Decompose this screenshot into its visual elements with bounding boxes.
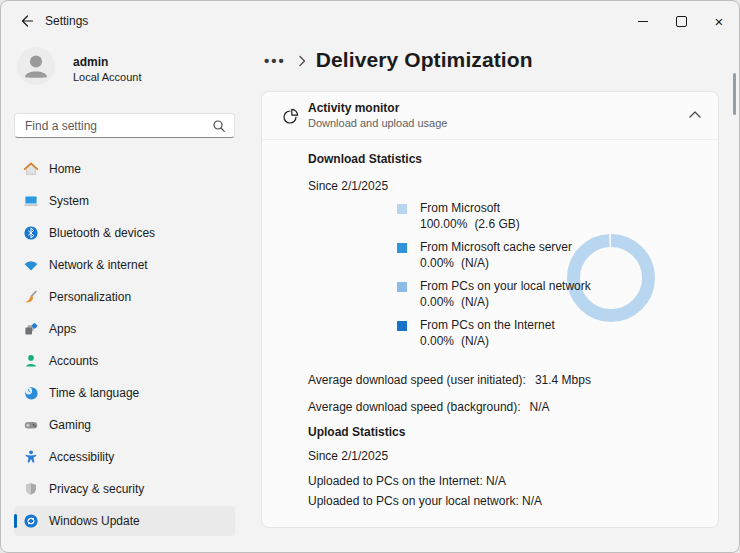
upload-statistics-heading: Upload Statistics <box>308 424 405 440</box>
sidebar-item-label: Windows Update <box>49 514 140 528</box>
avatar <box>17 47 55 85</box>
titlebar: Settings × <box>1 1 739 41</box>
activity-monitor-header[interactable]: Activity monitor Download and upload usa… <box>262 92 718 140</box>
legend-percent: 100.00% <box>420 216 467 232</box>
sidebar-item-gaming[interactable]: Gaming <box>14 410 235 440</box>
user-account-type: Local Account <box>73 71 142 83</box>
avg-speed-background-value: N/A <box>530 399 550 415</box>
legend-swatch <box>397 204 407 214</box>
back-arrow-icon <box>19 13 35 29</box>
avg-speed-background-label: Average download speed (background): <box>308 399 521 415</box>
sidebar-item-label: Accounts <box>49 354 98 368</box>
legend-label: From PCs on the Internet <box>420 317 555 333</box>
avg-speed-user-value: 31.4 Mbps <box>535 372 591 388</box>
sidebar-item-label: Personalization <box>49 290 131 304</box>
sidebar-item-bluetooth[interactable]: Bluetooth & devices <box>14 218 235 248</box>
sidebar-item-accessibility[interactable]: Accessibility <box>14 442 235 472</box>
legend-label: From PCs on your local network <box>420 278 591 294</box>
maximize-icon <box>676 16 687 27</box>
back-button[interactable] <box>15 10 39 32</box>
time-language-icon <box>23 385 39 401</box>
pie-chart-icon <box>282 107 300 125</box>
app-title: Settings <box>45 14 88 28</box>
uploaded-internet-line: Uploaded to PCs on the Internet: N/A <box>308 473 506 489</box>
activity-monitor-card: Activity monitor Download and upload usa… <box>261 91 719 528</box>
brush-icon <box>23 289 39 305</box>
legend-item-from-microsoft: From Microsoft 100.00% (2.6 GB) <box>397 200 591 232</box>
sidebar-item-label: Apps <box>49 322 76 336</box>
uploaded-local-line: Uploaded to PCs on your local network: N… <box>308 493 542 509</box>
sidebar-item-personalization[interactable]: Personalization <box>14 282 235 312</box>
accessibility-icon <box>23 449 39 465</box>
legend-percent: 0.00% <box>420 294 454 310</box>
sidebar-item-accounts[interactable]: Accounts <box>14 346 235 376</box>
minimize-icon <box>638 21 648 22</box>
chevron-up-icon[interactable] <box>688 110 702 119</box>
download-since-date: Since 2/1/2025 <box>308 178 388 194</box>
legend-swatch <box>397 282 407 292</box>
apps-icon <box>23 321 39 337</box>
page-title: Delivery Optimization <box>316 48 533 72</box>
sidebar-item-label: Bluetooth & devices <box>49 226 155 240</box>
download-statistics-heading: Download Statistics <box>308 151 422 167</box>
sidebar-item-apps[interactable]: Apps <box>14 314 235 344</box>
bluetooth-icon <box>23 225 39 241</box>
legend-label: From Microsoft <box>420 200 520 216</box>
legend-swatch <box>397 243 407 253</box>
breadcrumb: ••• Delivery Optimization <box>262 45 533 75</box>
sidebar-item-label: System <box>49 194 89 208</box>
sidebar-item-privacy-security[interactable]: Privacy & security <box>14 474 235 504</box>
avg-speed-user-label: Average download speed (user initiated): <box>308 372 526 388</box>
sidebar-item-time-language[interactable]: Time & language <box>14 378 235 408</box>
card-title: Activity monitor <box>308 101 399 115</box>
legend-percent: 0.00% <box>420 333 454 349</box>
search-icon[interactable] <box>212 119 226 133</box>
shield-icon <box>23 481 39 497</box>
sidebar-item-label: Time & language <box>49 386 139 400</box>
wifi-icon <box>23 257 39 273</box>
windows-update-icon <box>23 513 39 529</box>
upload-since-date: Since 2/1/2025 <box>308 448 388 464</box>
legend-item-cache-server: From Microsoft cache server 0.00% (N/A) <box>397 239 591 271</box>
legend-item-internet-pcs: From PCs on the Internet 0.00% (N/A) <box>397 317 591 349</box>
avg-speed-user: Average download speed (user initiated):… <box>308 372 591 388</box>
settings-window: Settings × admin Local Account Home <box>0 0 740 553</box>
legend-amount: (N/A) <box>461 333 489 349</box>
maximize-button[interactable] <box>662 2 700 40</box>
sidebar-item-label: Network & internet <box>49 258 148 272</box>
person-icon <box>17 47 55 85</box>
home-icon <box>23 161 39 177</box>
legend-amount: (N/A) <box>461 294 489 310</box>
legend-amount: (2.6 GB) <box>474 216 519 232</box>
close-icon: × <box>715 14 724 29</box>
sidebar-item-label: Gaming <box>49 418 91 432</box>
legend-label: From Microsoft cache server <box>420 239 572 255</box>
accounts-icon <box>23 353 39 369</box>
legend-swatch <box>397 321 407 331</box>
window-controls: × <box>624 2 738 40</box>
search-box <box>14 113 235 138</box>
sidebar-item-windows-update[interactable]: Windows Update <box>14 506 235 536</box>
system-icon <box>23 193 39 209</box>
sidebar-item-label: Privacy & security <box>49 482 144 496</box>
sidebar-item-network[interactable]: Network & internet <box>14 250 235 280</box>
sidebar-item-system[interactable]: System <box>14 186 235 216</box>
breadcrumb-ellipsis-button[interactable]: ••• <box>262 53 288 68</box>
legend-amount: (N/A) <box>461 255 489 271</box>
legend-item-local-network: From PCs on your local network 0.00% (N/… <box>397 278 591 310</box>
sidebar-item-label: Accessibility <box>49 450 114 464</box>
minimize-button[interactable] <box>624 2 662 40</box>
sidebar-item-label: Home <box>49 162 81 176</box>
chevron-right-icon <box>297 54 307 68</box>
legend-percent: 0.00% <box>420 255 454 271</box>
download-legend: From Microsoft 100.00% (2.6 GB) From Mic… <box>397 200 591 356</box>
close-button[interactable]: × <box>700 2 738 40</box>
sidebar-nav: Home System Bluetooth & devices Network … <box>14 154 235 538</box>
scrollbar-thumb[interactable] <box>733 73 736 115</box>
sidebar-item-home[interactable]: Home <box>14 154 235 184</box>
search-input[interactable] <box>15 114 215 137</box>
avg-speed-background: Average download speed (background): N/A <box>308 399 550 415</box>
card-subtitle: Download and upload usage <box>308 117 447 129</box>
gamepad-icon <box>23 417 39 433</box>
user-name: admin <box>73 55 108 69</box>
